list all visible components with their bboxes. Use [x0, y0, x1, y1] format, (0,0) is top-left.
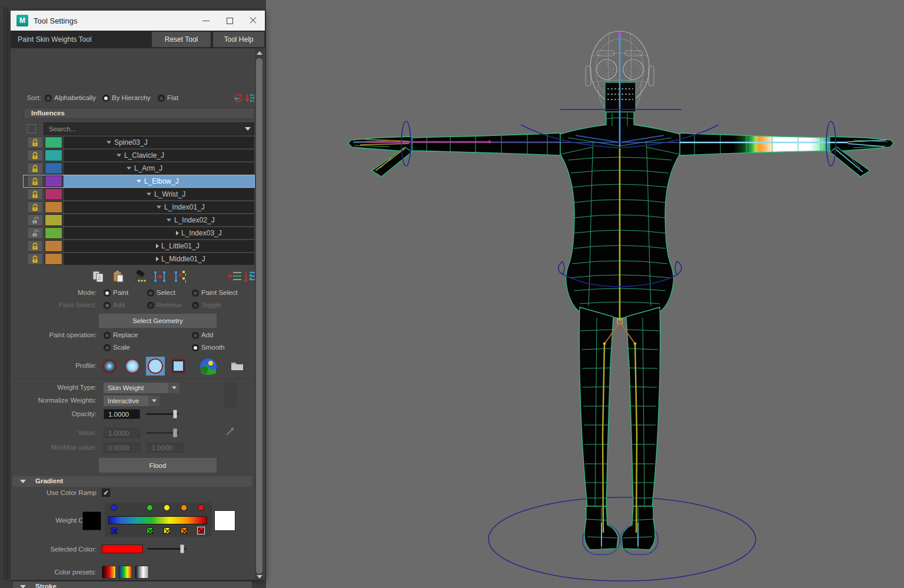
close-button[interactable] [241, 11, 265, 31]
weight-color-high-swatch[interactable] [214, 510, 235, 531]
opacity-slider[interactable] [146, 410, 179, 418]
ramp-stop-color-handle[interactable] [111, 527, 117, 534]
operation-add-option[interactable]: Add [201, 331, 213, 338]
normalize-weights-dropdown-arrow[interactable] [148, 396, 159, 406]
mode-select-radio[interactable] [147, 290, 154, 297]
influence-color-swatch[interactable] [45, 150, 62, 161]
reset-tool-button[interactable]: Reset Tool [152, 32, 211, 47]
brush-solid-selected[interactable] [146, 357, 165, 376]
influence-row-L_Index02_J[interactable]: L_Index02_J [24, 214, 254, 226]
weight-color-low-swatch[interactable] [82, 511, 101, 530]
influence-color-swatch[interactable] [45, 253, 62, 265]
expand-open-icon[interactable] [157, 206, 161, 209]
sort-influences-icon[interactable] [245, 92, 254, 104]
maximize-button[interactable] [218, 11, 241, 31]
opacity-field[interactable]: 1.0000 [104, 409, 140, 419]
influence-search-input[interactable] [44, 122, 254, 135]
expand-open-icon[interactable] [127, 167, 131, 170]
3d-viewport[interactable] [266, 0, 904, 588]
influence-row-L_Index01_J[interactable]: L_Index01_J [24, 201, 254, 213]
swap-influence-weights-icon[interactable] [172, 270, 186, 283]
browse-folder-icon[interactable] [231, 360, 244, 371]
influence-name[interactable]: L_Wrist_J [64, 188, 254, 200]
minimize-button[interactable] [194, 11, 218, 31]
brush-soft-gaussian[interactable] [100, 357, 119, 376]
mode-paint-radio[interactable] [104, 290, 111, 297]
flood-button[interactable]: Flood [99, 458, 217, 473]
mode-paint-select-option[interactable]: Paint Select [201, 289, 237, 296]
expand-open-icon[interactable] [107, 141, 111, 144]
ramp-stop-position-handle[interactable] [111, 504, 117, 511]
operation-replace-option[interactable]: Replace [113, 331, 138, 338]
search-dropdown-icon[interactable] [245, 127, 251, 131]
operation-scale-option[interactable]: Scale [113, 344, 130, 351]
influence-name[interactable]: L_Arm_J [64, 162, 254, 174]
influence-color-swatch[interactable] [45, 137, 62, 148]
influence-lock-button[interactable] [27, 188, 43, 200]
preset-grayscale-gradient[interactable] [135, 566, 149, 579]
paste-weights-icon[interactable] [112, 270, 126, 283]
influence-lock-button[interactable] [27, 150, 43, 161]
vertical-scroll-thumb[interactable] [256, 58, 262, 574]
influence-color-swatch[interactable] [45, 175, 62, 187]
marquee-select-icon[interactable] [27, 124, 36, 133]
influence-color-swatch[interactable] [45, 214, 62, 226]
influence-lock-button[interactable] [27, 240, 43, 252]
influence-name[interactable]: L_Elbow_J [64, 175, 254, 187]
influence-lock-button[interactable] [27, 162, 43, 174]
expand-closed-icon[interactable] [176, 231, 179, 235]
sort-flat-option[interactable]: Flat [167, 94, 178, 101]
influence-row-L_Arm_J[interactable]: L_Arm_J [24, 162, 254, 174]
influence-lock-button[interactable] [27, 214, 43, 226]
influence-name[interactable]: L_Clavicle_J [64, 150, 254, 161]
influence-color-swatch[interactable] [45, 227, 62, 239]
influence-row-L_Clavicle_J[interactable]: L_Clavicle_J [24, 150, 254, 161]
sort-by-hierarchy-radio[interactable] [102, 95, 109, 102]
mode-select-option[interactable]: Select [157, 289, 175, 296]
influence-name[interactable]: Spine03_J [64, 137, 254, 148]
influence-row-L_Wrist_J[interactable]: L_Wrist_J [24, 188, 254, 200]
weight-type-dropdown[interactable]: Skin Weight [104, 383, 168, 393]
operation-scale-radio[interactable] [104, 344, 111, 351]
ramp-stop-color-handle[interactable] [164, 527, 170, 534]
select-geometry-button[interactable]: Select Geometry [99, 314, 217, 328]
sort-alphabetically-radio[interactable] [45, 95, 52, 102]
influences-section-header[interactable]: Influences [24, 108, 254, 119]
ramp-stop-color-handle[interactable] [147, 527, 153, 534]
influence-row-L_Middle01_J[interactable]: L_Middle01_J [24, 253, 254, 265]
expand-open-icon[interactable] [167, 219, 171, 222]
influence-row-Spine03_J[interactable]: Spine03_J [24, 137, 254, 148]
scroll-up-icon[interactable] [257, 51, 262, 55]
mode-paint-option[interactable]: Paint [113, 289, 128, 296]
gradient-section-header[interactable]: Gradient [13, 476, 252, 487]
move-influence-weights-icon[interactable] [152, 270, 166, 283]
influence-color-swatch[interactable] [45, 188, 62, 200]
operation-replace-radio[interactable] [104, 332, 111, 339]
ramp-stop-position-handle[interactable] [181, 504, 187, 511]
influence-lock-button[interactable] [27, 201, 43, 213]
brush-image-stamp[interactable] [200, 358, 217, 376]
influence-row-L_Index03_J[interactable]: L_Index03_J [24, 227, 254, 239]
operation-smooth-radio[interactable] [192, 344, 199, 351]
influence-name[interactable]: L_Little01_J [64, 240, 254, 252]
tool-help-button[interactable]: Tool Help [213, 32, 264, 47]
influence-name[interactable]: L_Index01_J [64, 201, 254, 213]
expand-open-icon[interactable] [117, 154, 121, 157]
ramp-stop-position-handle[interactable] [164, 504, 170, 511]
refresh-influences-icon[interactable] [233, 93, 244, 104]
ramp-stop-color-handle[interactable] [198, 527, 204, 534]
expand-closed-icon[interactable] [156, 244, 159, 248]
influence-lock-button[interactable] [27, 175, 43, 187]
ramp-stop-position-handle[interactable] [147, 504, 153, 511]
sort-by-hierarchy-option[interactable]: By Hierarchy [112, 94, 151, 101]
use-color-ramp-checkbox[interactable]: ✓ [102, 489, 110, 497]
show-selected-influences-icon[interactable] [227, 270, 241, 283]
operation-smooth-option[interactable]: Smooth [201, 344, 225, 351]
influence-lock-button[interactable] [27, 137, 43, 148]
operation-add-radio[interactable] [192, 332, 199, 339]
sort-alphabetically-option[interactable]: Alphabetically [54, 94, 96, 101]
influence-lock-button[interactable] [27, 227, 43, 239]
color-ramp-widget[interactable] [105, 503, 212, 537]
selected-color-swatch[interactable] [102, 544, 143, 553]
ramp-stop-color-handle[interactable] [181, 527, 187, 534]
